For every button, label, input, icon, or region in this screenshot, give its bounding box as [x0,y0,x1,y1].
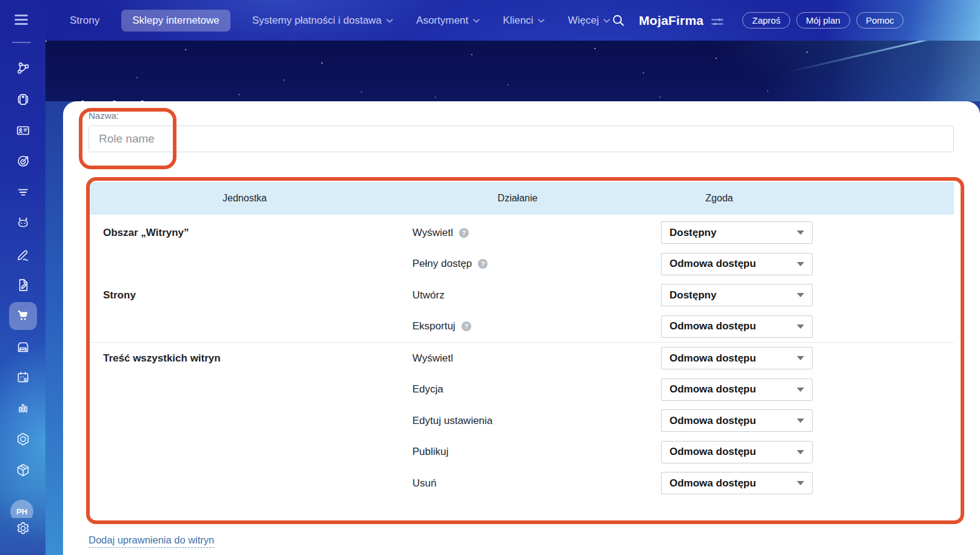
caret-down-icon [797,356,804,360]
caret-down-icon [797,388,804,392]
topbar: Strony Sklepy internetowe Systemy płatno… [0,0,980,41]
action-label: Edytuj ustawienia [412,415,492,427]
topbar-buttons: ZaprośMój planPomoc [742,12,904,29]
permission-row: Eksportuj ? Odmowa dostępu [89,311,954,343]
avatar-clip: PH [10,500,33,518]
caret-down-icon [797,293,804,297]
nav-item-label: Asortyment [416,15,468,27]
permission-dropdown[interactable]: Dostępny [661,284,813,306]
storefront-icon[interactable] [15,339,31,355]
nav-item-label: Klienci [503,15,533,27]
permission-value: Odmowa dostępu [670,383,756,395]
caret-down-icon [797,419,804,423]
nav-item[interactable]: Klienci [502,10,546,32]
topbar-button[interactable]: Mój plan [796,12,850,29]
permission-value: Dostępny [670,227,716,239]
permission-dropdown[interactable]: Odmowa dostępu [661,378,813,401]
permission-value: Odmowa dostępu [670,477,756,489]
permissions-table-header: Jednostka Działanie Zgoda [89,182,954,215]
permission-value: Odmowa dostępu [670,446,756,458]
target-marketing-icon[interactable] [15,153,31,169]
caret-down-icon [797,450,804,454]
help-icon[interactable]: ? [461,321,471,331]
mobile-device-icon[interactable] [15,92,31,107]
hamburger-menu-icon[interactable] [15,15,28,28]
nav-item[interactable]: Systemy płatności i dostawa [251,10,395,32]
help-icon[interactable]: ? [478,259,488,269]
caret-down-icon [797,325,804,329]
permission-value: Dostępny [670,289,716,301]
help-icon[interactable]: ? [459,228,469,238]
permission-value: Odmowa dostępu [670,352,756,365]
main-nav: Strony Sklepy internetowe Systemy płatno… [69,10,611,32]
edit-role-card: Nazwa: Jednostka Działanie Zgoda Obszar … [63,101,980,555]
search-icon[interactable] [611,13,625,27]
permission-dropdown[interactable]: Odmowa dostępu [661,441,813,463]
nav-item-label: Sklepy internetowe [132,15,220,27]
header-jednostka: Jednostka [89,193,401,204]
share-network-icon[interactable] [15,61,31,76]
permission-dropdown[interactable]: Odmowa dostępu [661,315,813,338]
gear-settings-icon[interactable] [15,520,31,536]
nav-item[interactable]: Więcej [566,10,611,32]
permissions-table: Jednostka Działanie Zgoda Obszar „Witryn… [89,182,954,499]
chevron-down-icon [538,19,545,23]
permission-dropdown[interactable]: Odmowa dostępu [661,409,813,432]
permission-row: Obszar „Witryny” Wyświetl ? Dostępny [89,217,954,249]
id-card-icon[interactable] [15,123,31,138]
bar-chart-icon[interactable] [15,400,31,416]
comet-streak [788,41,936,73]
action-label: Pełny dostęp [412,258,472,270]
chevron-down-icon [386,19,393,23]
role-name-input[interactable] [89,126,954,152]
permission-row: Pełny dostęp ? Odmowa dostępu [89,249,954,280]
topbar-button[interactable]: Zaproś [742,12,790,29]
caret-down-icon [797,230,804,235]
add-site-permissions-link[interactable]: Dodaj uprawnienia do witryn [89,534,214,548]
action-label: Wyświetl [412,352,453,365]
entity-label: Strony [89,289,401,301]
permission-dropdown[interactable]: Odmowa dostępu [661,253,813,275]
permission-dropdown[interactable]: Dostępny [661,221,813,244]
action-label: Eksportuj [412,320,455,332]
permission-value: Odmowa dostępu [670,320,756,332]
chevron-down-icon [473,19,480,23]
filter-funnel-icon[interactable] [15,184,31,200]
document-sign-icon[interactable] [15,277,31,293]
chevron-down-icon [603,19,610,23]
topbar-button[interactable]: Pomoc [856,12,904,29]
nav-item[interactable]: Sklepy internetowe [121,10,230,32]
permission-row: Treść wszystkich witryn Wyświetl Odmowa … [89,343,954,374]
site-name[interactable]: MojaFirma [639,13,703,28]
permission-value: Odmowa dostępu [670,415,756,427]
caret-down-icon [797,262,804,266]
name-field-label: Nazwa: [89,110,119,121]
permission-dropdown[interactable]: Odmowa dostępu [661,347,813,369]
action-label: Edycja [412,383,443,395]
hexagon-apps-icon[interactable] [15,431,31,447]
calendar-booking-icon[interactable] [15,369,31,385]
action-label: Utwórz [412,289,445,301]
permission-row: Publikuj Odmowa dostępu [89,437,954,468]
entity-label: Treść wszystkich witryn [89,352,401,365]
header-zgoda: Zgoda [634,193,804,204]
topbar-right: MojaFirma ZaprośMój planPomoc [611,12,904,29]
sidebar-divider [12,42,31,43]
star-field [45,41,47,42]
robot-automation-icon[interactable] [15,215,31,230]
nav-item[interactable]: Strony [69,10,101,32]
avatar[interactable]: PH [10,500,33,518]
nav-item-label: Systemy płatności i dostawa [252,15,382,27]
entity-label: Obszar „Witryny” [89,227,401,239]
permission-dropdown[interactable]: Odmowa dostępu [661,472,813,494]
package-box-icon[interactable] [15,462,31,478]
shopping-cart-icon[interactable] [9,302,37,330]
pencil-edit-icon[interactable] [15,247,31,263]
permission-row: Edycja Odmowa dostępu [89,374,954,406]
header-dzialanie: Działanie [401,193,634,204]
nav-item[interactable]: Asortyment [415,10,481,32]
permission-row: Usuń Odmowa dostępu [89,468,954,499]
action-label: Wyświetl [412,227,453,239]
site-switcher-icon[interactable] [711,17,724,27]
nav-item-label: Strony [70,15,99,27]
